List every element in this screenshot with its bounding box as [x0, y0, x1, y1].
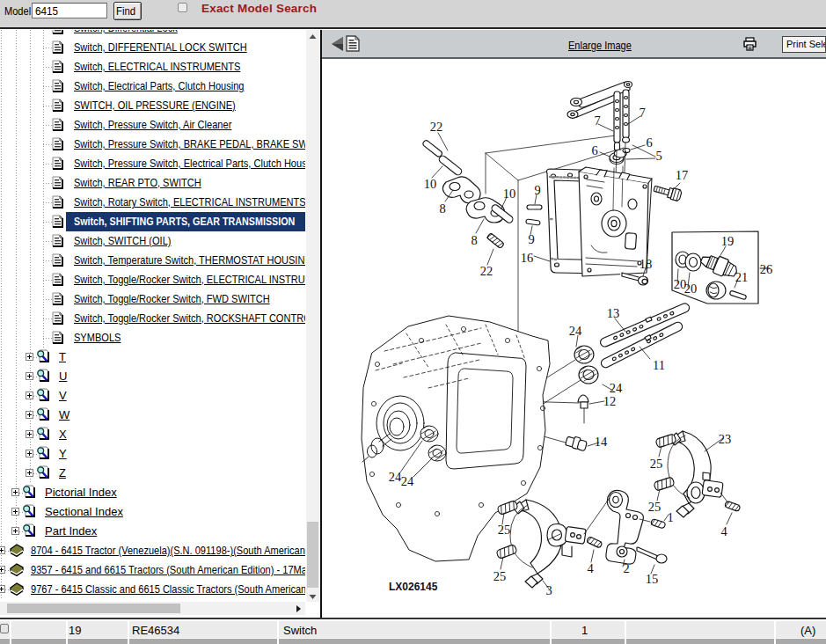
svg-text:7: 7	[594, 113, 600, 128]
svg-text:24: 24	[389, 470, 402, 484]
svg-text:25: 25	[650, 457, 663, 471]
svg-text:20: 20	[684, 282, 698, 296]
svg-text:14: 14	[595, 435, 608, 449]
svg-text:22: 22	[480, 264, 493, 278]
svg-text:23: 23	[719, 432, 732, 446]
svg-text:22: 22	[430, 120, 443, 134]
svg-text:11: 11	[653, 358, 665, 372]
svg-text:25: 25	[493, 569, 507, 583]
svg-text:1: 1	[667, 510, 673, 524]
svg-text:17: 17	[676, 168, 689, 182]
svg-text:21: 21	[735, 270, 749, 284]
svg-text:25: 25	[648, 500, 662, 514]
svg-text:5: 5	[655, 149, 662, 163]
svg-text:9: 9	[534, 183, 540, 197]
svg-text:3: 3	[545, 583, 552, 597]
svg-text:19: 19	[721, 234, 735, 248]
svg-text:26: 26	[760, 262, 773, 276]
svg-text:15: 15	[646, 572, 659, 586]
svg-text:7: 7	[639, 106, 645, 120]
svg-text:6: 6	[646, 135, 652, 150]
svg-text:12: 12	[603, 394, 617, 408]
svg-text:8: 8	[439, 201, 445, 216]
svg-text:10: 10	[424, 177, 437, 191]
svg-text:25: 25	[498, 523, 511, 537]
svg-text:10: 10	[503, 187, 516, 201]
svg-text:6: 6	[591, 143, 597, 157]
svg-text:4: 4	[720, 524, 727, 538]
svg-text:24: 24	[610, 381, 623, 395]
svg-text:16: 16	[521, 251, 534, 265]
svg-text:2: 2	[623, 561, 629, 575]
svg-text:9: 9	[528, 232, 534, 246]
svg-text:8: 8	[471, 233, 477, 247]
svg-text:24: 24	[569, 324, 582, 338]
svg-text:18: 18	[640, 257, 653, 271]
svg-text:4: 4	[587, 561, 594, 575]
svg-text:LX026145: LX026145	[389, 581, 438, 593]
svg-text:24: 24	[401, 474, 414, 488]
svg-text:13: 13	[607, 306, 620, 320]
